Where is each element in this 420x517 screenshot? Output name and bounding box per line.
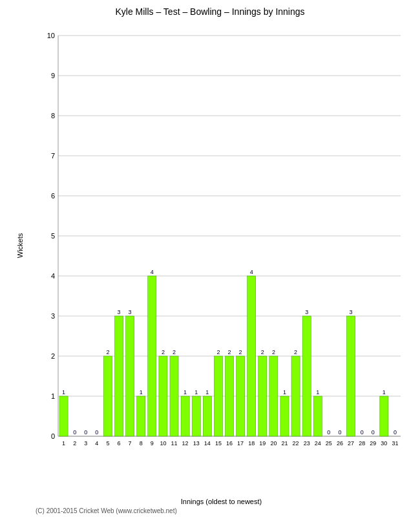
svg-text:0: 0 bbox=[73, 429, 76, 436]
svg-text:4: 4 bbox=[95, 440, 98, 447]
svg-rect-39 bbox=[126, 316, 134, 436]
svg-rect-66 bbox=[225, 356, 233, 436]
svg-rect-45 bbox=[148, 276, 156, 436]
svg-text:6: 6 bbox=[51, 192, 55, 200]
svg-text:15: 15 bbox=[215, 440, 222, 447]
svg-text:18: 18 bbox=[248, 440, 255, 447]
svg-text:2: 2 bbox=[294, 349, 297, 355]
chart-container: Kyle Mills – Test – Bowling – Innings by… bbox=[0, 0, 420, 517]
svg-text:3: 3 bbox=[129, 309, 132, 315]
svg-rect-69 bbox=[236, 356, 245, 436]
svg-text:1: 1 bbox=[62, 389, 65, 396]
svg-text:1: 1 bbox=[316, 389, 319, 396]
svg-text:6: 6 bbox=[118, 440, 121, 447]
svg-text:25: 25 bbox=[326, 440, 332, 447]
chart-area: 0123456789101102030425363718492102111121… bbox=[36, 26, 407, 465]
svg-text:9: 9 bbox=[51, 72, 55, 79]
svg-text:2: 2 bbox=[173, 349, 176, 355]
svg-text:24: 24 bbox=[315, 440, 321, 447]
x-axis-label: Innings (oldest to newest) bbox=[36, 498, 407, 505]
svg-text:3: 3 bbox=[350, 309, 353, 315]
svg-text:4: 4 bbox=[250, 269, 253, 275]
svg-text:3: 3 bbox=[84, 440, 87, 447]
svg-text:23: 23 bbox=[304, 440, 310, 447]
svg-text:10: 10 bbox=[160, 440, 166, 447]
svg-text:19: 19 bbox=[259, 440, 266, 447]
svg-rect-57 bbox=[192, 396, 200, 436]
svg-text:1: 1 bbox=[62, 440, 65, 447]
svg-text:10: 10 bbox=[47, 32, 55, 39]
svg-text:2: 2 bbox=[73, 440, 76, 447]
svg-text:4: 4 bbox=[51, 272, 55, 280]
svg-text:0: 0 bbox=[338, 429, 341, 436]
svg-rect-81 bbox=[280, 396, 289, 436]
svg-rect-63 bbox=[214, 356, 222, 436]
svg-text:17: 17 bbox=[237, 440, 244, 447]
svg-text:1: 1 bbox=[383, 389, 386, 396]
svg-text:3: 3 bbox=[305, 309, 308, 315]
svg-rect-48 bbox=[159, 356, 167, 436]
svg-text:0: 0 bbox=[394, 429, 397, 436]
svg-text:3: 3 bbox=[118, 309, 121, 315]
svg-text:1: 1 bbox=[184, 389, 187, 396]
svg-text:2: 2 bbox=[162, 349, 165, 355]
svg-rect-78 bbox=[269, 356, 278, 436]
svg-rect-54 bbox=[181, 396, 189, 436]
svg-text:2: 2 bbox=[272, 349, 275, 355]
svg-rect-60 bbox=[203, 396, 211, 436]
svg-text:2: 2 bbox=[51, 352, 55, 360]
svg-text:29: 29 bbox=[370, 440, 376, 447]
svg-text:26: 26 bbox=[337, 440, 343, 447]
chart-title: Kyle Mills – Test – Bowling – Innings by… bbox=[0, 0, 420, 20]
svg-text:1: 1 bbox=[205, 389, 209, 396]
svg-text:16: 16 bbox=[226, 440, 233, 447]
svg-text:0: 0 bbox=[84, 429, 87, 436]
svg-text:8: 8 bbox=[51, 112, 55, 120]
svg-text:2: 2 bbox=[106, 349, 109, 355]
copyright-text: (C) 2001-2015 Cricket Web (www.cricketwe… bbox=[36, 507, 177, 514]
svg-rect-97 bbox=[347, 316, 355, 436]
svg-text:1: 1 bbox=[51, 392, 55, 400]
svg-text:0: 0 bbox=[372, 429, 375, 436]
svg-text:1: 1 bbox=[283, 389, 286, 396]
svg-rect-24 bbox=[59, 396, 68, 436]
svg-rect-33 bbox=[103, 356, 112, 436]
svg-text:9: 9 bbox=[151, 440, 154, 447]
svg-text:2: 2 bbox=[216, 349, 220, 355]
svg-text:30: 30 bbox=[381, 440, 387, 447]
svg-text:13: 13 bbox=[193, 440, 200, 447]
svg-text:1: 1 bbox=[140, 389, 143, 396]
svg-text:7: 7 bbox=[129, 440, 132, 447]
svg-rect-75 bbox=[258, 356, 267, 436]
svg-text:5: 5 bbox=[51, 232, 55, 240]
svg-text:0: 0 bbox=[361, 429, 364, 436]
svg-text:28: 28 bbox=[359, 440, 365, 447]
svg-rect-72 bbox=[247, 276, 256, 436]
svg-text:20: 20 bbox=[270, 440, 277, 447]
svg-rect-84 bbox=[291, 356, 300, 436]
svg-text:3: 3 bbox=[51, 312, 55, 320]
svg-text:22: 22 bbox=[293, 440, 299, 447]
svg-rect-87 bbox=[302, 316, 311, 436]
svg-rect-90 bbox=[313, 396, 322, 436]
y-axis-label: Wickets bbox=[8, 26, 33, 465]
svg-rect-104 bbox=[380, 396, 388, 436]
svg-text:2: 2 bbox=[227, 349, 231, 355]
svg-rect-42 bbox=[137, 396, 145, 436]
svg-text:14: 14 bbox=[204, 440, 211, 447]
svg-rect-36 bbox=[114, 316, 123, 436]
svg-text:31: 31 bbox=[392, 440, 398, 447]
bar-chart: 0123456789101102030425363718492102111121… bbox=[36, 26, 407, 465]
svg-text:2: 2 bbox=[261, 349, 264, 355]
svg-text:5: 5 bbox=[106, 440, 109, 447]
svg-text:8: 8 bbox=[140, 440, 143, 447]
svg-text:21: 21 bbox=[281, 440, 288, 447]
svg-text:1: 1 bbox=[194, 389, 198, 396]
svg-text:11: 11 bbox=[171, 440, 178, 447]
svg-text:0: 0 bbox=[95, 429, 98, 436]
svg-text:2: 2 bbox=[239, 349, 242, 355]
svg-text:12: 12 bbox=[182, 440, 189, 447]
svg-text:7: 7 bbox=[51, 152, 55, 160]
svg-text:4: 4 bbox=[151, 269, 154, 275]
svg-rect-51 bbox=[170, 356, 178, 436]
